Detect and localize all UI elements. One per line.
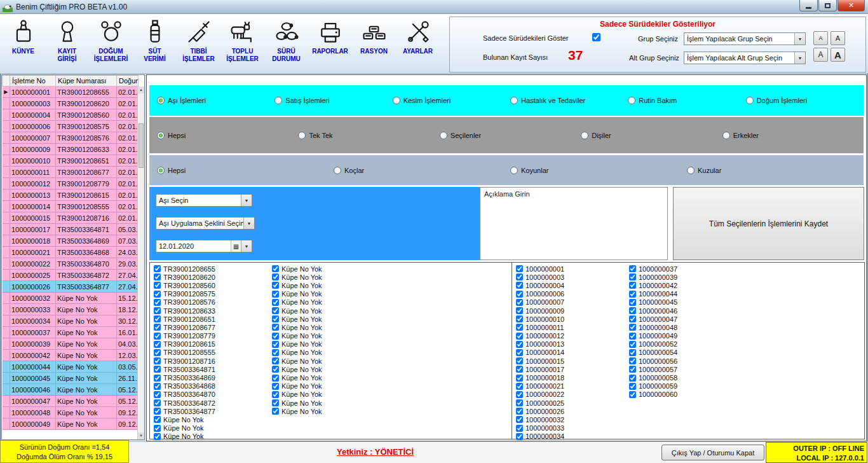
show-only-herd-checkbox[interactable] — [592, 33, 600, 41]
radio-option-koçlar[interactable]: Koçlar — [334, 167, 510, 174]
animal-checkbox[interactable] — [629, 265, 636, 272]
animal-checklist-item[interactable]: 1000000009 — [516, 307, 564, 315]
grid-row[interactable]: 1000000007TR3900120857602.01.2 — [3, 132, 139, 144]
animal-checkbox[interactable] — [272, 357, 279, 364]
animal-checkbox[interactable] — [516, 425, 523, 432]
grid-row[interactable]: 1000000014TR3900120855502.01.2 — [3, 201, 139, 212]
animal-checkbox[interactable] — [272, 324, 279, 331]
animal-checkbox[interactable] — [516, 399, 523, 406]
scroll-up-icon[interactable]: ▲ — [138, 86, 144, 93]
font-size-button-4[interactable]: A — [831, 48, 845, 62]
animal-checkbox[interactable] — [272, 307, 279, 314]
animal-checklist-item[interactable]: TR35003364877 — [154, 407, 215, 415]
radio-option-satış-i-şlemleri[interactable]: Satış İşlemleri — [275, 97, 392, 104]
grid-row[interactable]: 1000000042Küpe No Yok12.03.2 — [3, 350, 139, 361]
logout-button[interactable]: Çıkış Yap / Oturumu Kapat — [661, 445, 764, 460]
animal-checkbox[interactable] — [272, 399, 279, 406]
animal-checklist-item[interactable]: Küpe No Yok — [272, 281, 322, 289]
animal-checkbox[interactable] — [154, 416, 161, 423]
animal-checklist-item[interactable]: Küpe No Yok — [272, 315, 322, 323]
radio-option-rutin-bakım[interactable]: Rutin Bakım — [628, 97, 745, 104]
animal-checkbox[interactable] — [516, 307, 523, 314]
animal-checkbox[interactable] — [516, 383, 523, 390]
grid-row[interactable]: 1000000012TR3900120877902.01.2 — [3, 178, 139, 190]
animal-checkbox[interactable] — [629, 282, 636, 289]
grid-row[interactable]: 1000000006TR3900120857502.01.2 — [3, 121, 139, 132]
grid-row[interactable]: 1000000033Küpe No Yok18.12.2 — [3, 304, 139, 315]
radio-option-erkekler[interactable]: Erkekler — [722, 132, 864, 139]
animal-checkbox[interactable] — [154, 341, 161, 348]
font-size-button-3[interactable]: A — [813, 48, 828, 62]
animal-checkbox[interactable] — [629, 366, 636, 373]
animal-checkbox[interactable] — [272, 391, 279, 398]
animal-checklist-item[interactable]: Küpe No Yok — [154, 424, 215, 432]
animal-checklist-item[interactable]: Küpe No Yok — [272, 365, 322, 373]
animal-checklist-item[interactable]: 1000000010 — [516, 315, 564, 323]
toolbar-button-tibbi-islemler[interactable]: TIBBİİŞLEMLER — [177, 15, 220, 71]
animal-checkbox[interactable] — [629, 307, 636, 314]
toolbar-button-toplu-islemler[interactable]: TOPLUİŞLEMLER — [220, 15, 264, 71]
animal-checkbox[interactable] — [154, 391, 161, 398]
animal-checkbox[interactable] — [154, 273, 161, 280]
animal-checkbox[interactable] — [629, 391, 636, 398]
animal-checklist-item[interactable]: Küpe No Yok — [272, 399, 322, 407]
animal-checklist-item[interactable]: Küpe No Yok — [272, 407, 322, 415]
animal-checkbox[interactable] — [516, 416, 523, 423]
grid-row[interactable]: 1000000015TR3900120871602.01.2 — [3, 212, 139, 224]
animal-checkbox[interactable] — [154, 307, 161, 314]
animal-checklist-item[interactable]: 1000000012 — [516, 332, 564, 340]
animal-checklist-item[interactable]: 1000000058 — [629, 373, 677, 382]
animal-checklist-item[interactable]: 1000000037 — [629, 265, 677, 273]
animal-checklist-item[interactable]: 1000000052 — [629, 340, 677, 349]
grid-row[interactable]: 1000000039Küpe No Yok04.03.2 — [3, 338, 139, 350]
animal-checklist-item[interactable]: 1000000034 — [516, 432, 564, 441]
animal-checklist-item[interactable]: 1000000013 — [516, 340, 564, 349]
save-selected-button[interactable]: Tüm Seçilenlerin İşlemlerini Kaydet — [673, 187, 864, 260]
animal-checklist-item[interactable]: Küpe No Yok — [272, 265, 322, 273]
grid-row[interactable]: 1000000010TR3900120865102.01.2 — [3, 155, 139, 167]
animal-checkbox[interactable] — [516, 315, 523, 322]
animal-checklist-item[interactable]: 1000000011 — [516, 323, 564, 331]
animal-checklist-item[interactable]: 1000000007 — [516, 298, 564, 307]
animal-checkbox[interactable] — [272, 349, 279, 356]
animal-checkbox[interactable] — [272, 383, 279, 390]
animal-checklist-item[interactable]: 1000000039 — [629, 273, 677, 281]
grid-row[interactable]: 1000000048Küpe No Yok09.12.2 — [3, 407, 139, 418]
radio-option-dişiler[interactable]: Dişiler — [581, 132, 722, 139]
animal-checkbox[interactable] — [272, 291, 279, 298]
maximize-button[interactable] — [818, 0, 837, 11]
animal-checkbox[interactable] — [516, 391, 523, 398]
animal-checklist-item[interactable]: 1000000044 — [629, 290, 677, 298]
grid-scrollbar[interactable]: ▲ ▼ — [137, 86, 144, 439]
animal-checkbox[interactable] — [516, 366, 523, 373]
animal-checkbox[interactable] — [154, 291, 161, 298]
grid-column-header-doğum-t[interactable]: Doğum T — [117, 76, 139, 86]
grid-row[interactable]: 1000000034Küpe No Yok30.12.2 — [3, 315, 139, 327]
animal-checkbox[interactable] — [629, 299, 636, 306]
animal-checkbox[interactable] — [516, 408, 523, 415]
grid-row[interactable]: 1000000037Küpe No Yok16.01.2 — [3, 327, 139, 338]
radio-option-hastalık-ve-tedaviler[interactable]: Hastalık ve Tedaviler — [510, 97, 628, 104]
animal-checkbox[interactable] — [516, 433, 523, 440]
animal-checkbox[interactable] — [272, 366, 279, 373]
grid-row[interactable]: 1000000049Küpe No Yok09.12.2 — [3, 418, 139, 430]
animal-checkbox[interactable] — [272, 341, 279, 348]
animal-checklist-item[interactable]: Küpe No Yok — [272, 373, 322, 382]
animal-checklist-item[interactable]: TR39001208716 — [154, 357, 215, 365]
vaccine-select[interactable]: Aşı Seçin ▼ — [156, 194, 252, 207]
toolbar-button-raporlar[interactable]: RAPORLAR — [308, 15, 352, 71]
animal-checklist-item[interactable]: 1000000056 — [629, 357, 677, 365]
animal-checklist-item[interactable]: Küpe No Yok — [272, 332, 322, 340]
animal-checklist-item[interactable]: Küpe No Yok — [154, 432, 215, 441]
toolbar-button-kayit-girisi[interactable]: KAYITGİRİŞİ — [45, 15, 89, 71]
animal-checkbox[interactable] — [516, 375, 523, 382]
radio-option-koyunlar[interactable]: Koyunlar — [510, 167, 687, 174]
animal-checkbox[interactable] — [516, 299, 523, 306]
animal-checkbox[interactable] — [154, 408, 161, 415]
radio-option-kuzular[interactable]: Kuzular — [687, 167, 864, 174]
animal-checkbox[interactable] — [272, 299, 279, 306]
animal-checkbox[interactable] — [154, 315, 161, 322]
animal-checklist-item[interactable]: Küpe No Yok — [272, 323, 322, 331]
grid-row[interactable]: 1000000044Küpe No Yok03.05.2 — [3, 361, 139, 373]
animal-checkbox[interactable] — [154, 433, 161, 440]
